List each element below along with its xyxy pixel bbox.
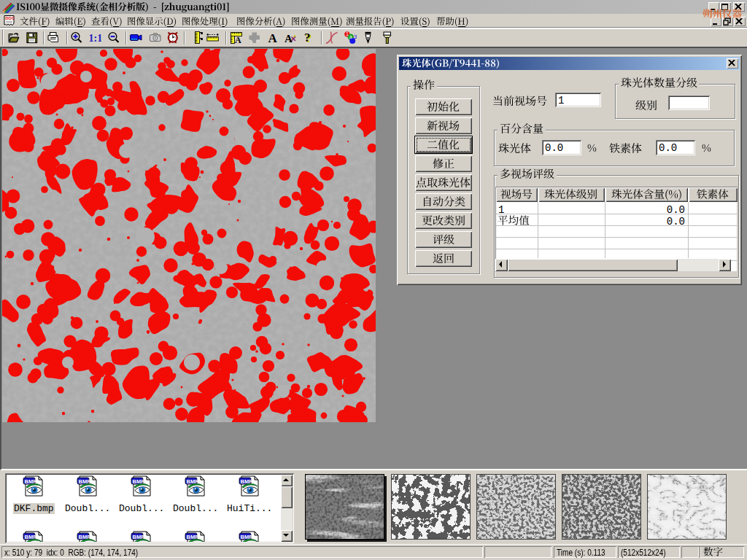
svg-text:a: a xyxy=(349,34,352,39)
svg-text:A: A xyxy=(268,31,278,44)
svg-text:1:1: 1:1 xyxy=(89,33,102,44)
svg-text:3: 3 xyxy=(354,34,357,40)
svg-text:DOC: DOC xyxy=(5,16,15,20)
svg-text:A: A xyxy=(285,33,293,44)
svg-text:?: ? xyxy=(304,31,311,44)
svg-text:A: A xyxy=(235,35,241,45)
svg-text:1: 1 xyxy=(346,31,349,36)
